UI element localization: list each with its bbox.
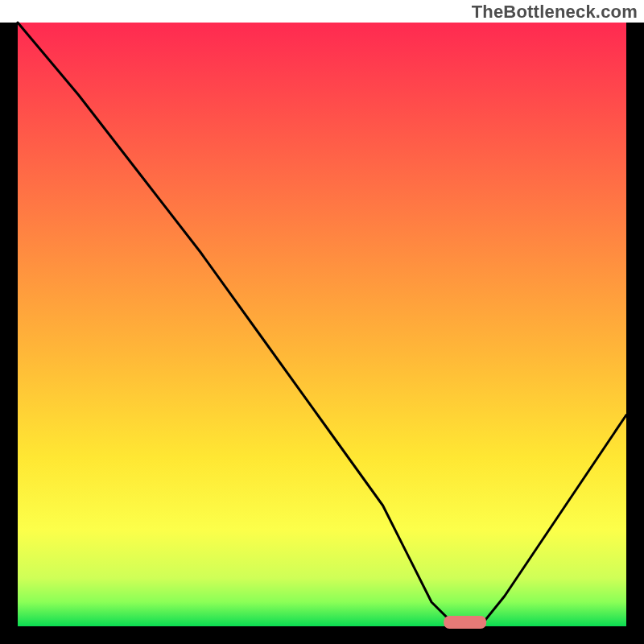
attribution-label: TheBottleneck.com	[472, 2, 638, 23]
svg-rect-0	[18, 23, 626, 626]
bottleneck-chart	[0, 0, 644, 644]
optimum-marker	[444, 616, 486, 629]
svg-rect-2	[626, 23, 644, 644]
chart-container: TheBottleneck.com	[0, 0, 644, 644]
svg-rect-3	[0, 626, 644, 644]
plot-area	[18, 23, 626, 626]
svg-rect-1	[0, 23, 18, 644]
